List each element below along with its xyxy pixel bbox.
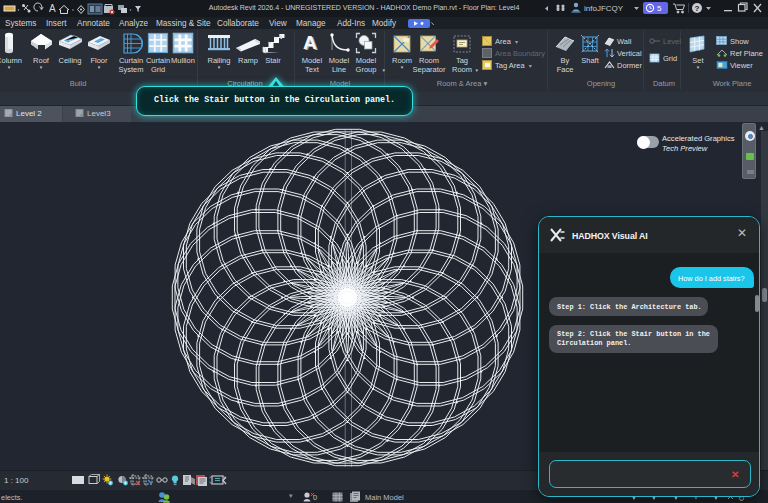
svg-text:5: 5: [657, 4, 662, 13]
svg-text:A: A: [303, 32, 317, 53]
svg-text:?: ?: [695, 4, 700, 13]
svg-text:infoJFCQY: infoJFCQY: [584, 4, 624, 13]
